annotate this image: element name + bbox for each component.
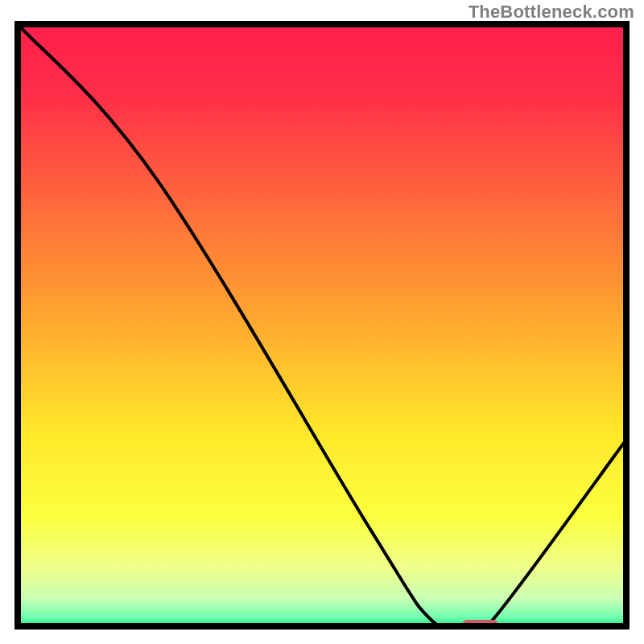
bottleneck-chart	[0, 0, 644, 644]
gradient-background	[18, 24, 626, 626]
watermark-text: TheBottleneck.com	[469, 2, 634, 23]
chart-container: TheBottleneck.com	[0, 0, 644, 644]
plot-area	[18, 24, 626, 637]
